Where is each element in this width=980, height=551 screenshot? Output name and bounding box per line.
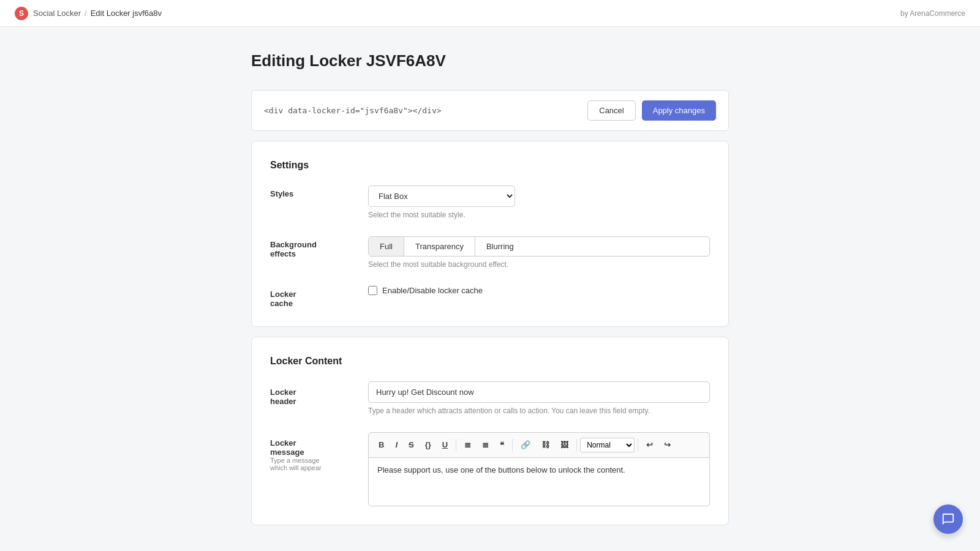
locker-header-label: Lockerheader — [270, 381, 368, 406]
snippet-code: <div data-locker-id="jsvf6a8v"></div> — [264, 106, 442, 115]
page-title: Editing Locker JSVF6A8V — [251, 51, 729, 70]
locker-message-label: Lockermessage Type a messagewhich will a… — [270, 432, 368, 471]
locker-cache-label: Lockercache — [270, 286, 368, 308]
rich-text-content[interactable]: Please support us, use one of the button… — [368, 457, 710, 506]
toolbar-bold[interactable]: B — [374, 437, 389, 454]
snippet-bar: <div data-locker-id="jsvf6a8v"></div> Ca… — [251, 90, 729, 131]
locker-message-row: Lockermessage Type a messagewhich will a… — [270, 432, 710, 506]
locker-header-row: Lockerheader Type a header which attract… — [270, 381, 710, 415]
breadcrumb-app-name: Social Locker — [33, 9, 81, 18]
bg-effects-row: Backgroundeffects Full Transparency Blur… — [270, 236, 710, 269]
bg-effects-btn-group: Full Transparency Blurring — [368, 236, 710, 257]
locker-content-title: Locker Content — [270, 356, 710, 367]
toolbar-ordered-list[interactable]: ≣ — [477, 437, 494, 454]
breadcrumb: Social Locker / Edit Locker jsvf6a8v — [33, 9, 162, 18]
locker-cache-checkbox-row: Enable/Disable locker cache — [368, 286, 710, 295]
locker-message-control: B I S {} U ≣ ≣ ❝ 🔗 ⛓ 🖼 Normal — [368, 432, 710, 506]
toolbar-strikethrough[interactable]: S — [404, 437, 419, 454]
toolbar-format-select[interactable]: Normal Heading 1 Heading 2 Heading 3 — [580, 438, 635, 452]
styles-hint: Select the most suitable style. — [368, 211, 710, 219]
main-content: Editing Locker JSVF6A8V <div data-locker… — [239, 27, 741, 551]
toolbar-divider-4 — [638, 439, 638, 451]
toolbar-redo[interactable]: ↪ — [659, 437, 676, 454]
toolbar-unlink[interactable]: ⛓ — [537, 437, 554, 454]
snippet-actions: Cancel Apply changes — [587, 100, 716, 121]
breadcrumb-current: Edit Locker jsvf6a8v — [91, 9, 162, 18]
toolbar-code[interactable]: {} — [420, 437, 436, 454]
toolbar-underline[interactable]: U — [437, 437, 453, 454]
locker-header-input[interactable] — [368, 381, 710, 403]
locker-cache-control: Enable/Disable locker cache — [368, 286, 710, 295]
toolbar-link[interactable]: 🔗 — [516, 437, 535, 454]
breadcrumb-separator: / — [85, 9, 87, 18]
toolbar-italic[interactable]: I — [390, 437, 402, 454]
settings-section: Settings Styles Flat Box Rounded Box Sha… — [251, 141, 729, 327]
styles-label: Styles — [270, 186, 368, 198]
bg-transparency-button[interactable]: Transparency — [404, 237, 475, 256]
settings-title: Settings — [270, 160, 710, 171]
apply-changes-button[interactable]: Apply changes — [642, 100, 716, 121]
toolbar-blockquote[interactable]: ❝ — [495, 437, 509, 454]
toolbar-image[interactable]: 🖼 — [556, 437, 573, 454]
bg-effects-control: Full Transparency Blurring Select the mo… — [368, 236, 710, 269]
rich-text-toolbar: B I S {} U ≣ ≣ ❝ 🔗 ⛓ 🖼 Normal — [368, 432, 710, 457]
bg-effects-hint: Select the most suitable background effe… — [368, 260, 710, 269]
locker-message-label-sub: Type a messagewhich will appear — [270, 457, 368, 471]
locker-header-control: Type a header which attracts attention o… — [368, 381, 710, 415]
brand-label: by ArenaCommerce — [900, 9, 965, 18]
locker-cache-row: Lockercache Enable/Disable locker cache — [270, 286, 710, 308]
bg-full-button[interactable]: Full — [369, 237, 404, 256]
toolbar-divider-1 — [456, 439, 456, 451]
app-logo: S — [15, 7, 28, 20]
locker-cache-checkbox-label[interactable]: Enable/Disable locker cache — [382, 286, 483, 295]
bg-effects-label: Backgroundeffects — [270, 236, 368, 258]
toolbar-undo[interactable]: ↩ — [641, 437, 658, 454]
bg-blurring-button[interactable]: Blurring — [475, 237, 525, 256]
chat-icon — [941, 512, 955, 526]
locker-content-section: Locker Content Lockerheader Type a heade… — [251, 337, 729, 525]
styles-row: Styles Flat Box Rounded Box Shadow Box S… — [270, 186, 710, 219]
locker-header-hint: Type a header which attracts attention o… — [368, 407, 710, 415]
chat-widget[interactable] — [933, 504, 963, 534]
locker-cache-checkbox[interactable] — [368, 286, 377, 295]
topbar-left: S Social Locker / Edit Locker jsvf6a8v — [15, 7, 162, 20]
cancel-button[interactable]: Cancel — [587, 100, 635, 121]
toolbar-divider-2 — [512, 439, 513, 451]
styles-select[interactable]: Flat Box Rounded Box Shadow Box — [368, 186, 515, 207]
topbar: S Social Locker / Edit Locker jsvf6a8v b… — [0, 0, 980, 27]
styles-control: Flat Box Rounded Box Shadow Box Select t… — [368, 186, 710, 219]
toolbar-unordered-list[interactable]: ≣ — [459, 437, 476, 454]
toolbar-divider-3 — [576, 439, 577, 451]
